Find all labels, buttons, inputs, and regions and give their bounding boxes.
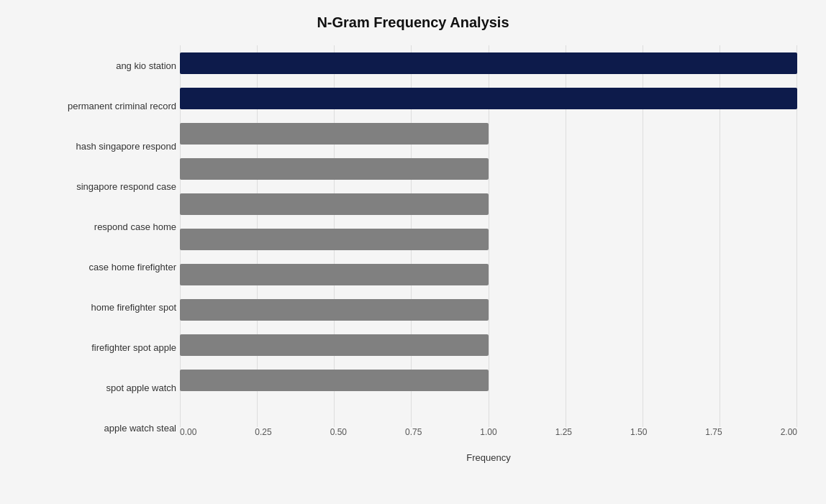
y-label: firefighter spot apple <box>29 329 176 367</box>
x-tick: 2.00 <box>781 427 797 437</box>
bar <box>180 123 489 145</box>
x-tick: 0.00 <box>180 427 196 437</box>
chart-container: N-Gram Frequency Analysis ang kio statio… <box>0 0 826 504</box>
x-tick: 1.75 <box>705 427 722 437</box>
bar <box>180 158 489 180</box>
plot-area: 0.000.250.500.751.001.251.501.752.00 Fre… <box>180 45 797 449</box>
bars-wrapper <box>180 45 797 420</box>
y-label: home firefighter spot <box>29 289 176 326</box>
bar-row <box>180 47 797 79</box>
bar-row <box>180 118 797 150</box>
bar-row <box>180 188 797 220</box>
y-label: spot apple watch <box>29 370 176 407</box>
bar-row <box>180 224 797 255</box>
bar <box>180 299 489 321</box>
y-label: apple watch steal <box>29 410 176 447</box>
bar-row <box>180 83 797 114</box>
x-tick: 0.50 <box>330 427 347 437</box>
bar <box>180 334 489 356</box>
bar-row <box>180 294 797 326</box>
x-tick: 0.25 <box>255 427 271 437</box>
y-axis: ang kio stationpermanent criminal record… <box>29 45 180 449</box>
bar-row <box>180 153 797 185</box>
chart-title: N-Gram Frequency Analysis <box>29 14 797 31</box>
bar-row <box>180 259 797 290</box>
x-tick: 0.75 <box>405 427 422 437</box>
bar <box>180 88 797 109</box>
y-label: ang kio station <box>29 47 176 84</box>
bar <box>180 193 489 215</box>
y-label: respond case home <box>29 208 176 245</box>
y-label: hash singapore respond <box>29 127 176 165</box>
x-axis: 0.000.250.500.751.001.251.501.752.00 <box>180 427 797 449</box>
y-label: permanent criminal record <box>29 87 176 124</box>
y-label: singapore respond case <box>29 168 176 205</box>
bar <box>180 229 489 250</box>
bar <box>180 52 797 74</box>
bar <box>180 370 489 391</box>
x-axis-container: 0.000.250.500.751.001.251.501.752.00 Fre… <box>180 420 797 449</box>
bar-row <box>180 365 797 396</box>
x-tick: 1.50 <box>630 427 647 437</box>
y-label: case home firefighter <box>29 249 176 286</box>
chart-area: ang kio stationpermanent criminal record… <box>29 45 797 449</box>
x-tick: 1.25 <box>555 427 572 437</box>
x-tick: 1.00 <box>480 427 496 437</box>
bar <box>180 264 489 285</box>
bar-row <box>180 329 797 361</box>
x-axis-label: Frequency <box>466 452 510 463</box>
